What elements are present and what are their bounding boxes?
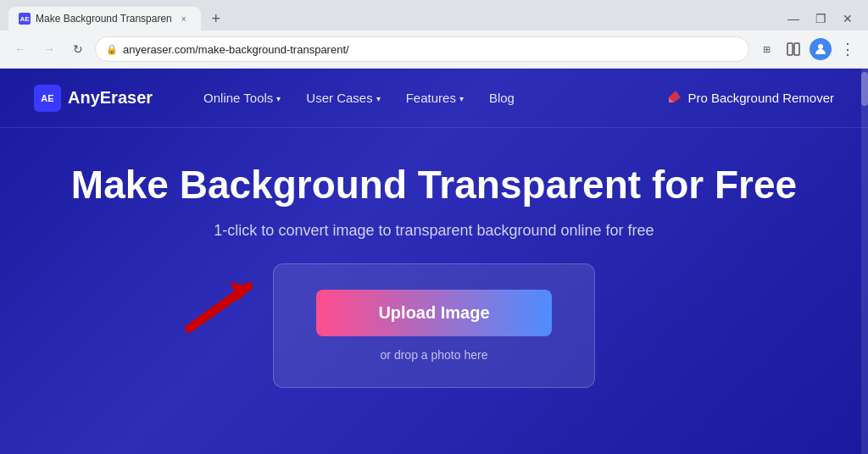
address-bar[interactable]: 🔒 anyeraser.com/make-background-transpar… — [95, 36, 749, 62]
drop-photo-text: or drop a photo here — [381, 348, 488, 362]
logo-text: AnyEraser — [68, 88, 153, 108]
browser-menu-button[interactable]: ⋮ — [836, 37, 860, 61]
upload-box: Upload Image or drop a photo here — [273, 263, 595, 388]
hero-title: Make Background Transparent for Free — [71, 162, 797, 208]
hero-subtitle: 1-click to convert image to transparent … — [214, 222, 654, 240]
browser-nav-bar: ← → ↻ 🔒 anyeraser.com/make-background-tr… — [0, 30, 868, 68]
browser-chrome: AE Make Background Transparen × + — ❐ ✕ … — [0, 0, 868, 69]
forward-button[interactable]: → — [37, 37, 61, 61]
pro-background-remover-button[interactable]: Pro Background Remover — [665, 89, 834, 108]
address-text: anyeraser.com/make-background-transparen… — [123, 43, 738, 56]
minimize-button[interactable]: — — [782, 10, 805, 27]
back-button[interactable]: ← — [8, 37, 32, 61]
tab-title: Make Background Transparen — [36, 13, 172, 25]
hero-section: Make Background Transparent for Free 1-c… — [0, 128, 868, 388]
split-tab-icon — [787, 42, 800, 56]
profile-button[interactable] — [809, 37, 832, 61]
upload-image-button[interactable]: Upload Image — [316, 290, 552, 336]
page-content: AE AnyEraser Online Tools ▾ User Cases ▾… — [0, 69, 868, 454]
svg-text:⊞: ⊞ — [763, 44, 771, 54]
tab-favicon: AE — [19, 13, 31, 25]
nav-menu: Online Tools ▾ User Cases ▾ Features ▾ B… — [203, 89, 834, 108]
svg-point-4 — [818, 44, 823, 49]
close-button[interactable]: ✕ — [836, 10, 860, 27]
nav-item-features[interactable]: Features ▾ — [406, 91, 464, 105]
chevron-down-icon: ▾ — [276, 94, 281, 103]
maximize-button[interactable]: ❐ — [809, 10, 832, 27]
browser-nav-right: ⊞ ⋮ — [754, 37, 860, 61]
window-controls: — ❐ ✕ — [782, 10, 860, 27]
chevron-down-icon: ▾ — [459, 94, 464, 103]
split-tab-button[interactable] — [782, 37, 805, 61]
site-logo[interactable]: AE AnyEraser — [34, 85, 153, 112]
pro-icon — [665, 89, 682, 108]
translate-icon: ⊞ — [760, 42, 773, 56]
nav-item-user-cases[interactable]: User Cases ▾ — [306, 91, 380, 105]
translate-button[interactable]: ⊞ — [754, 37, 778, 61]
nav-item-blog[interactable]: Blog — [489, 91, 515, 105]
chevron-down-icon: ▾ — [376, 94, 381, 103]
browser-tab[interactable]: AE Make Background Transparen × — [8, 7, 201, 30]
svg-rect-3 — [794, 43, 799, 55]
title-bar: AE Make Background Transparen × + — ❐ ✕ — [0, 0, 868, 30]
new-tab-button[interactable]: + — [204, 7, 228, 30]
arrow-indicator — [164, 257, 274, 336]
logo-icon: AE — [34, 85, 61, 112]
lock-icon: 🔒 — [106, 44, 118, 55]
profile-avatar — [810, 38, 832, 60]
nav-item-online-tools[interactable]: Online Tools ▾ — [203, 91, 281, 105]
tab-close-button[interactable]: × — [177, 12, 191, 25]
svg-rect-2 — [787, 43, 793, 55]
refresh-button[interactable]: ↻ — [66, 37, 90, 61]
site-navbar: AE AnyEraser Online Tools ▾ User Cases ▾… — [0, 69, 868, 128]
